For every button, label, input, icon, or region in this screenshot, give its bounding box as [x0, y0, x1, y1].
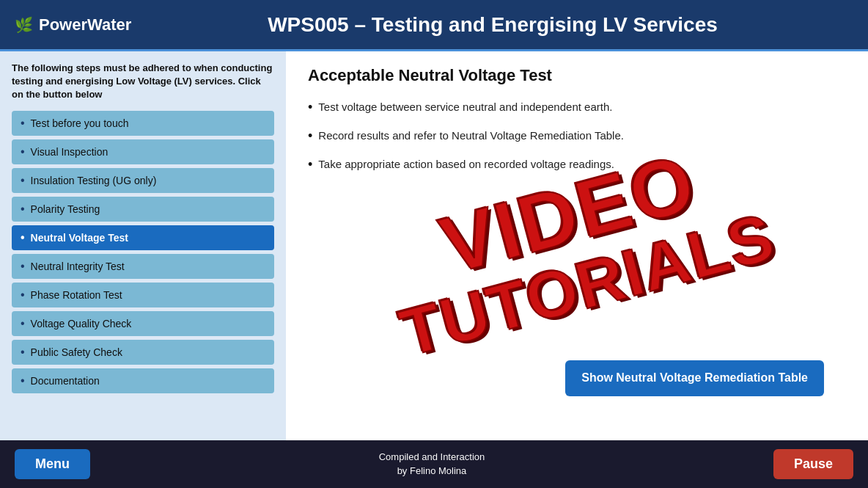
bullet-icon: •	[21, 374, 25, 387]
sidebar-items: •Test before you touch•Visual Inspection…	[12, 111, 274, 393]
sidebar-description: The following steps must be adhered to w…	[12, 62, 274, 102]
menu-button[interactable]: Menu	[15, 449, 90, 479]
bullet-icon: •	[21, 288, 25, 302]
footer-credit: Compiled and Interaction by Felino Molin…	[379, 451, 485, 477]
sidebar-item-label: Neutral Integrity Test	[31, 261, 125, 272]
sidebar-item-label: Public Safety Check	[31, 346, 122, 358]
logo-text: PowerWater	[39, 15, 131, 34]
bullet-icon: •	[21, 346, 25, 359]
bullet-icon: •	[21, 203, 25, 216]
credit-line2: by Felino Molina	[397, 465, 467, 476]
sidebar-item-label: Test before you touch	[31, 117, 129, 129]
sidebar-item-label: Documentation	[31, 375, 100, 387]
leaf-icon: 🌿	[15, 16, 33, 34]
sidebar-item-documentation[interactable]: •Documentation	[12, 368, 274, 393]
sidebar-item-phase-rotation[interactable]: •Phase Rotation Test	[12, 283, 274, 307]
content-body: Test voltage between service neutral and…	[308, 98, 846, 175]
content-point: Test voltage between service neutral and…	[308, 98, 846, 117]
sidebar-item-label: Neutral Voltage Test	[31, 232, 128, 244]
sidebar-item-insulation-testing[interactable]: •Insulation Testing (UG only)	[12, 168, 274, 193]
bullet-icon: •	[21, 231, 25, 244]
sidebar-item-label: Voltage Quality Check	[31, 318, 132, 329]
bullet-icon: •	[21, 174, 25, 187]
sidebar-item-label: Phase Rotation Test	[31, 289, 122, 301]
main-content: The following steps must be adhered to w…	[0, 51, 868, 440]
tutorials-text: TUTORIALS	[394, 203, 781, 366]
content-point: Take appropriate action based on recorde…	[308, 156, 846, 174]
sidebar-item-label: Visual Inspection	[31, 146, 108, 158]
bullet-icon: •	[21, 117, 25, 130]
sidebar: The following steps must be adhered to w…	[0, 51, 286, 440]
sidebar-item-voltage-quality[interactable]: •Voltage Quality Check	[12, 311, 274, 336]
bullet-icon: •	[21, 260, 25, 273]
pause-button[interactable]: Pause	[773, 449, 853, 479]
sidebar-item-test-before[interactable]: •Test before you touch	[12, 111, 274, 136]
sidebar-item-visual-inspection[interactable]: •Visual Inspection	[12, 139, 274, 164]
show-table-button[interactable]: Show Neutral Voltage Remediation Table	[565, 360, 824, 396]
logo-area: 🌿 PowerWater	[15, 15, 132, 34]
bullet-icon: •	[21, 317, 25, 330]
footer: Menu Compiled and Interaction by Felino …	[0, 440, 868, 488]
sidebar-item-neutral-voltage[interactable]: •Neutral Voltage Test	[12, 225, 274, 250]
sidebar-item-label: Polarity Testing	[31, 203, 100, 215]
sidebar-item-neutral-integrity[interactable]: •Neutral Integrity Test	[12, 254, 274, 279]
credit-line1: Compiled and Interaction	[379, 451, 485, 462]
sidebar-item-label: Insulation Testing (UG only)	[31, 175, 157, 186]
content-title: Acceptable Neutral Voltage Test	[308, 66, 846, 85]
header: 🌿 PowerWater WPS005 – Testing and Energi…	[0, 0, 868, 51]
content-point: Record results and refer to Neutral Volt…	[308, 127, 846, 145]
sidebar-item-public-safety[interactable]: •Public Safety Check	[12, 340, 274, 365]
bullet-icon: •	[21, 145, 25, 159]
sidebar-item-polarity-testing[interactable]: •Polarity Testing	[12, 197, 274, 222]
content-panel: Acceptable Neutral Voltage Test Test vol…	[286, 51, 868, 440]
page-title: WPS005 – Testing and Energising LV Servi…	[132, 13, 853, 37]
